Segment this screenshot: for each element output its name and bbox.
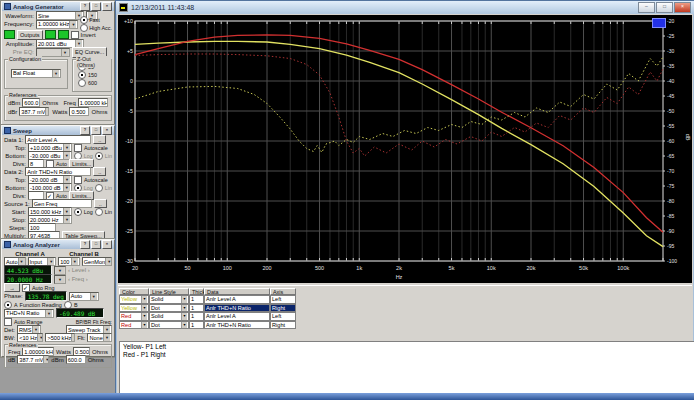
close-icon[interactable]: × — [102, 2, 112, 11]
trace-table-cell[interactable]: Solid▼ — [149, 312, 189, 321]
close-icon[interactable]: × — [102, 240, 112, 249]
data1-autoscale-checkbox[interactable] — [74, 144, 82, 152]
svg-text:-85: -85 — [667, 213, 674, 219]
function-a-radio[interactable] — [4, 301, 12, 309]
trace-table-cell[interactable]: Dot▼ — [149, 304, 189, 313]
svg-text:10k: 10k — [487, 265, 496, 271]
trace-table-cell[interactable]: 1 — [189, 312, 204, 321]
svg-text:-80: -80 — [667, 198, 674, 204]
data1-lin-radio[interactable] — [95, 152, 103, 160]
analyzer-ref-dbm-input[interactable]: 600.0 — [66, 355, 86, 364]
graph-titlebar[interactable]: 12/13/2011 11:43:48 – □ × — [116, 1, 694, 14]
source1-browse-button[interactable]: .. — [94, 199, 107, 208]
fast-radio[interactable] — [80, 16, 88, 24]
svg-text:-20: -20 — [125, 198, 133, 204]
maximize-button[interactable]: □ — [91, 126, 101, 135]
data2-lin-radio[interactable] — [95, 184, 103, 192]
trace-table-cell[interactable]: Right — [270, 304, 296, 313]
output-a-toggle[interactable] — [4, 30, 15, 39]
data2-browse-button[interactable]: .. — [93, 167, 106, 176]
selection-marker[interactable] — [652, 18, 666, 28]
analyzer-titlebar[interactable]: Analog Analyzer ? □ × — [2, 240, 114, 249]
trace-table-cell[interactable]: 1 — [189, 321, 204, 330]
trace-table-cell[interactable]: 1 — [189, 304, 204, 313]
data1-browse-button[interactable]: .. — [93, 135, 106, 144]
trace-table-cell[interactable]: Yellow▼ — [119, 295, 149, 304]
maximize-button[interactable]: □ — [91, 240, 101, 249]
help-button[interactable]: ? — [80, 2, 90, 11]
svg-text:-60: -60 — [667, 138, 674, 144]
data2-divs-auto-checkbox[interactable] — [46, 192, 54, 200]
audio-precision-app: Analog Generator ? □ × Waveform: Sine▼ ▼… — [0, 0, 694, 400]
graph-comment-box[interactable]: Yellow- P1 Left Red - P1 Right — [119, 341, 694, 394]
data1-divs-auto-checkbox[interactable] — [46, 160, 54, 168]
freq-b-placeholder: ‹ Freq › — [68, 276, 88, 282]
trace-table-row[interactable]: Yellow▼Dot▼1Anlr THD+N RatioRight — [119, 304, 296, 313]
svg-text:-10: -10 — [125, 138, 133, 144]
trace-table-cell[interactable]: Red▼ — [119, 312, 149, 321]
ref-freq-input[interactable]: 1.00000 kHz — [78, 98, 108, 107]
trace-table-cell[interactable]: Right — [270, 321, 296, 330]
phase-mode-select[interactable]: Auto▼ — [69, 292, 99, 301]
bpbr-label: BP/BR Flt Freq: — [76, 319, 112, 325]
trace-table-row[interactable]: Red▼Dot▼1Anlr THD+N RatioRight — [119, 321, 296, 330]
data2-autoscale-checkbox[interactable] — [74, 176, 82, 184]
trace-table-cell[interactable]: Anlr THD+N Ratio — [204, 321, 270, 330]
trace-table-cell[interactable]: Left — [270, 295, 296, 304]
minimize-button[interactable]: – — [638, 2, 655, 13]
phase-display: 135.78 deg — [25, 291, 67, 301]
zout-150-radio[interactable] — [78, 71, 86, 79]
channel-b-source-select[interactable]: GenMon▼ — [82, 257, 112, 266]
maximize-button[interactable]: □ — [656, 2, 673, 13]
close-icon[interactable]: × — [674, 2, 691, 13]
ref-watts-input[interactable]: 0.500 — [69, 107, 89, 116]
trace-table-header: Thick — [189, 288, 204, 295]
trace-table-cell[interactable]: Anlr Level A — [204, 295, 270, 304]
trace-table-cell[interactable]: Anlr Level A — [204, 312, 270, 321]
maximize-button[interactable]: □ — [91, 2, 101, 11]
zout-600-radio[interactable] — [78, 79, 86, 87]
svg-text:100k: 100k — [617, 265, 629, 271]
function-select[interactable]: THD+N Ratio▼ — [4, 309, 54, 318]
filter-select[interactable]: None▼ — [87, 333, 112, 342]
analyzer-ref-db-input[interactable]: 387.7 mV▼ — [17, 355, 49, 364]
generator-titlebar[interactable]: Analog Generator ? □ × — [2, 2, 114, 11]
auto-range-checkbox[interactable] — [4, 318, 12, 326]
trace-table-cell[interactable]: Anlr THD+N Ratio — [204, 304, 270, 313]
level-unit-select[interactable]: ▼ — [54, 266, 66, 275]
start-log-radio[interactable] — [74, 208, 82, 216]
trace-table-row[interactable]: Yellow▼Solid▼1Anlr Level ALeft — [119, 295, 296, 304]
svg-text:-30: -30 — [667, 48, 674, 54]
analog-analyzer-panel: Analog Analyzer ? □ × Channel A Channel … — [1, 239, 115, 357]
freq-unit-select[interactable]: ▼ — [54, 275, 66, 284]
trace-table-cell[interactable]: 1 — [189, 295, 204, 304]
trace-table-row[interactable]: Red▼Solid▼1Anlr Level ALeft — [119, 312, 296, 321]
trace-table-cell[interactable]: Solid▼ — [149, 295, 189, 304]
sweep-titlebar[interactable]: Sweep ? □ × — [2, 126, 114, 135]
bw-high-select[interactable]: >500 kHz▼ — [45, 333, 75, 342]
invert-checkbox[interactable] — [71, 31, 79, 39]
start-lin-radio[interactable] — [95, 208, 103, 216]
close-icon[interactable]: × — [102, 126, 112, 135]
svg-text:-75: -75 — [667, 183, 674, 189]
help-button[interactable]: ? — [80, 126, 90, 135]
range-arrow-button[interactable]: → — [4, 283, 20, 292]
taskbar-strip — [0, 393, 694, 400]
auto-rng-checkbox[interactable] — [22, 284, 30, 292]
function-reading-display: -69.489 dB — [56, 308, 104, 318]
trace-table-cell[interactable]: Red▼ — [119, 321, 149, 330]
trace-table-cell[interactable]: Dot▼ — [149, 321, 189, 330]
trace-table-header: Color — [119, 288, 149, 295]
pre-eq-label: Pre EQ: — [4, 49, 34, 55]
pre-eq-select[interactable]: ▼ — [36, 48, 70, 57]
plot-area[interactable]: -30-25-20-15-10-50+5+10-20-25-30-35-40-4… — [118, 15, 692, 283]
help-button[interactable]: ? — [80, 240, 90, 249]
ref-dbm-input[interactable]: 600.0 — [22, 98, 40, 107]
trace-table-cell[interactable]: Left — [270, 312, 296, 321]
ref-dbr-input[interactable]: 387.7 mV▼ — [19, 107, 49, 116]
frequency-input[interactable]: 1.00000 kHz▼ — [36, 20, 78, 29]
trace-table-cell[interactable]: Yellow▼ — [119, 304, 149, 313]
trace-table-header: Data — [204, 288, 270, 295]
configuration-select[interactable]: Bal Float▼ — [11, 69, 61, 78]
svg-text:100: 100 — [223, 265, 232, 271]
